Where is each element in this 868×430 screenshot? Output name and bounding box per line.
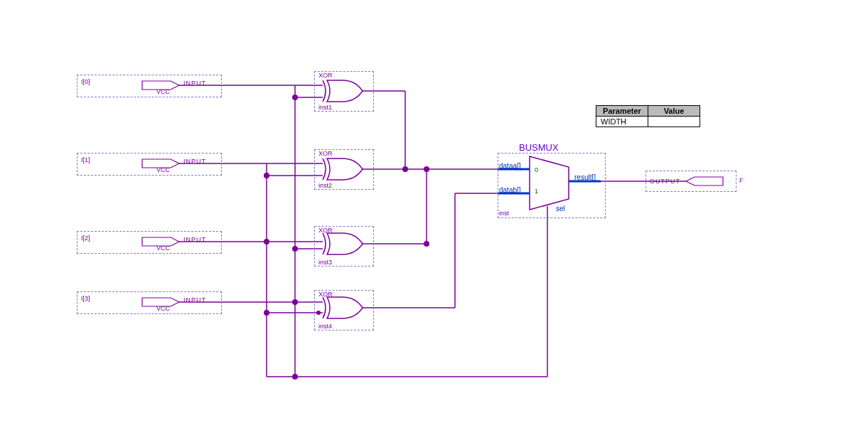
gate-inst-4: inst4 xyxy=(318,323,332,330)
svg-point-25 xyxy=(424,241,429,247)
param-cell-0-0: WIDTH xyxy=(596,117,648,127)
output-type: OUTPUT xyxy=(650,178,680,185)
gate-type-4: XOR xyxy=(318,291,333,298)
input-name-2: I[2] xyxy=(81,235,90,242)
svg-point-20 xyxy=(402,166,408,172)
svg-point-11 xyxy=(292,299,298,305)
output-name: F xyxy=(739,177,744,184)
gate-type-1: XOR xyxy=(318,72,333,79)
busmux-title: BUSMUX xyxy=(519,142,559,153)
busmux-inst: inst xyxy=(499,210,509,217)
input-sub-1: VCC xyxy=(156,166,170,173)
svg-point-7 xyxy=(264,310,269,316)
input-type-1: INPUT xyxy=(183,158,206,165)
table-row[interactable]: WIDTH xyxy=(596,117,700,127)
svg-point-21 xyxy=(424,166,429,172)
busmux-val0: 0 xyxy=(535,166,538,173)
input-sub-2: VCC xyxy=(156,244,170,252)
busmux-val1: 1 xyxy=(535,188,538,195)
busmux-port-b: datab[] xyxy=(499,186,521,194)
input-type-3: INPUT xyxy=(183,296,206,303)
gate-type-3: XOR xyxy=(318,227,333,234)
svg-point-6 xyxy=(264,239,269,244)
input-name-3: I[3] xyxy=(81,295,90,302)
busmux-result: result[] xyxy=(574,173,596,181)
schematic-canvas[interactable]: I[0] INPUT VCC I[1] INPUT VCC I[2] INPUT… xyxy=(0,0,868,430)
param-header-0: Parameter xyxy=(596,106,648,117)
param-header-1: Value xyxy=(648,106,700,117)
gate-inst-3: inst3 xyxy=(318,259,332,266)
param-cell-0-1 xyxy=(648,117,700,127)
gate-type-2: XOR xyxy=(318,150,333,157)
svg-point-10 xyxy=(292,246,298,252)
gate-inst-2: inst2 xyxy=(318,182,332,189)
input-sub-0: VCC xyxy=(156,88,170,95)
busmux-port-a: dataa[] xyxy=(499,162,521,170)
gate-inst-1: inst1 xyxy=(318,104,332,111)
svg-point-5 xyxy=(264,173,269,178)
parameter-table[interactable]: Parameter Value WIDTH xyxy=(596,105,700,127)
input-name-1: I[1] xyxy=(81,156,90,163)
input-type-0: INPUT xyxy=(183,80,206,87)
svg-point-9 xyxy=(292,95,298,100)
svg-point-32 xyxy=(292,374,298,380)
input-sub-3: VCC xyxy=(156,305,170,312)
busmux-sel: sel xyxy=(556,205,565,213)
input-type-2: INPUT xyxy=(183,236,206,243)
input-name-0: I[0] xyxy=(81,78,90,85)
